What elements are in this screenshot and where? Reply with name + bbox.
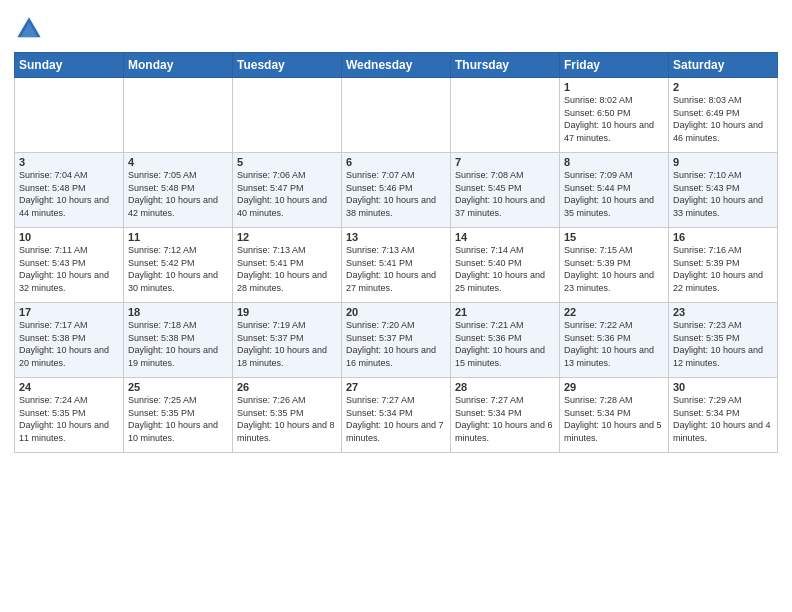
day-number: 19 xyxy=(237,306,337,318)
calendar-cell: 23Sunrise: 7:23 AM Sunset: 5:35 PM Dayli… xyxy=(669,303,778,378)
day-number: 4 xyxy=(128,156,228,168)
day-number: 22 xyxy=(564,306,664,318)
day-info: Sunrise: 7:27 AM Sunset: 5:34 PM Dayligh… xyxy=(455,394,555,444)
calendar-cell: 8Sunrise: 7:09 AM Sunset: 5:44 PM Daylig… xyxy=(560,153,669,228)
day-info: Sunrise: 7:29 AM Sunset: 5:34 PM Dayligh… xyxy=(673,394,773,444)
day-info: Sunrise: 7:28 AM Sunset: 5:34 PM Dayligh… xyxy=(564,394,664,444)
day-number: 3 xyxy=(19,156,119,168)
day-number: 27 xyxy=(346,381,446,393)
day-info: Sunrise: 8:02 AM Sunset: 6:50 PM Dayligh… xyxy=(564,94,664,144)
day-info: Sunrise: 7:19 AM Sunset: 5:37 PM Dayligh… xyxy=(237,319,337,369)
calendar-cell: 30Sunrise: 7:29 AM Sunset: 5:34 PM Dayli… xyxy=(669,378,778,453)
weekday-header: Monday xyxy=(124,53,233,78)
weekday-header: Thursday xyxy=(451,53,560,78)
day-number: 28 xyxy=(455,381,555,393)
calendar-cell xyxy=(451,78,560,153)
week-row: 1Sunrise: 8:02 AM Sunset: 6:50 PM Daylig… xyxy=(15,78,778,153)
day-info: Sunrise: 7:10 AM Sunset: 5:43 PM Dayligh… xyxy=(673,169,773,219)
day-number: 20 xyxy=(346,306,446,318)
day-number: 5 xyxy=(237,156,337,168)
day-number: 24 xyxy=(19,381,119,393)
day-number: 1 xyxy=(564,81,664,93)
calendar-cell: 28Sunrise: 7:27 AM Sunset: 5:34 PM Dayli… xyxy=(451,378,560,453)
logo xyxy=(14,14,46,44)
calendar-cell xyxy=(15,78,124,153)
day-info: Sunrise: 7:13 AM Sunset: 5:41 PM Dayligh… xyxy=(237,244,337,294)
day-info: Sunrise: 7:20 AM Sunset: 5:37 PM Dayligh… xyxy=(346,319,446,369)
day-info: Sunrise: 7:23 AM Sunset: 5:35 PM Dayligh… xyxy=(673,319,773,369)
day-number: 7 xyxy=(455,156,555,168)
day-info: Sunrise: 7:12 AM Sunset: 5:42 PM Dayligh… xyxy=(128,244,228,294)
calendar-cell: 10Sunrise: 7:11 AM Sunset: 5:43 PM Dayli… xyxy=(15,228,124,303)
day-info: Sunrise: 7:09 AM Sunset: 5:44 PM Dayligh… xyxy=(564,169,664,219)
calendar-cell: 21Sunrise: 7:21 AM Sunset: 5:36 PM Dayli… xyxy=(451,303,560,378)
header xyxy=(14,10,778,44)
day-info: Sunrise: 7:16 AM Sunset: 5:39 PM Dayligh… xyxy=(673,244,773,294)
weekday-header: Friday xyxy=(560,53,669,78)
calendar-cell: 15Sunrise: 7:15 AM Sunset: 5:39 PM Dayli… xyxy=(560,228,669,303)
weekday-header: Sunday xyxy=(15,53,124,78)
day-info: Sunrise: 7:27 AM Sunset: 5:34 PM Dayligh… xyxy=(346,394,446,444)
day-number: 17 xyxy=(19,306,119,318)
calendar-cell: 12Sunrise: 7:13 AM Sunset: 5:41 PM Dayli… xyxy=(233,228,342,303)
weekday-header-row: SundayMondayTuesdayWednesdayThursdayFrid… xyxy=(15,53,778,78)
calendar-cell xyxy=(124,78,233,153)
day-number: 29 xyxy=(564,381,664,393)
day-number: 25 xyxy=(128,381,228,393)
day-number: 11 xyxy=(128,231,228,243)
day-info: Sunrise: 7:21 AM Sunset: 5:36 PM Dayligh… xyxy=(455,319,555,369)
week-row: 10Sunrise: 7:11 AM Sunset: 5:43 PM Dayli… xyxy=(15,228,778,303)
calendar-cell: 14Sunrise: 7:14 AM Sunset: 5:40 PM Dayli… xyxy=(451,228,560,303)
week-row: 3Sunrise: 7:04 AM Sunset: 5:48 PM Daylig… xyxy=(15,153,778,228)
calendar-cell: 29Sunrise: 7:28 AM Sunset: 5:34 PM Dayli… xyxy=(560,378,669,453)
weekday-header: Saturday xyxy=(669,53,778,78)
calendar-cell: 18Sunrise: 7:18 AM Sunset: 5:38 PM Dayli… xyxy=(124,303,233,378)
day-info: Sunrise: 7:18 AM Sunset: 5:38 PM Dayligh… xyxy=(128,319,228,369)
day-number: 30 xyxy=(673,381,773,393)
calendar-cell: 7Sunrise: 7:08 AM Sunset: 5:45 PM Daylig… xyxy=(451,153,560,228)
calendar-cell: 24Sunrise: 7:24 AM Sunset: 5:35 PM Dayli… xyxy=(15,378,124,453)
weekday-header: Tuesday xyxy=(233,53,342,78)
day-info: Sunrise: 7:26 AM Sunset: 5:35 PM Dayligh… xyxy=(237,394,337,444)
calendar-cell: 9Sunrise: 7:10 AM Sunset: 5:43 PM Daylig… xyxy=(669,153,778,228)
calendar-cell: 6Sunrise: 7:07 AM Sunset: 5:46 PM Daylig… xyxy=(342,153,451,228)
day-info: Sunrise: 7:24 AM Sunset: 5:35 PM Dayligh… xyxy=(19,394,119,444)
calendar-cell: 22Sunrise: 7:22 AM Sunset: 5:36 PM Dayli… xyxy=(560,303,669,378)
calendar-cell: 25Sunrise: 7:25 AM Sunset: 5:35 PM Dayli… xyxy=(124,378,233,453)
weekday-header: Wednesday xyxy=(342,53,451,78)
day-number: 12 xyxy=(237,231,337,243)
day-info: Sunrise: 7:04 AM Sunset: 5:48 PM Dayligh… xyxy=(19,169,119,219)
day-info: Sunrise: 7:14 AM Sunset: 5:40 PM Dayligh… xyxy=(455,244,555,294)
day-info: Sunrise: 8:03 AM Sunset: 6:49 PM Dayligh… xyxy=(673,94,773,144)
calendar-cell: 27Sunrise: 7:27 AM Sunset: 5:34 PM Dayli… xyxy=(342,378,451,453)
calendar-cell xyxy=(342,78,451,153)
calendar-cell: 4Sunrise: 7:05 AM Sunset: 5:48 PM Daylig… xyxy=(124,153,233,228)
day-number: 10 xyxy=(19,231,119,243)
calendar-cell: 5Sunrise: 7:06 AM Sunset: 5:47 PM Daylig… xyxy=(233,153,342,228)
day-info: Sunrise: 7:08 AM Sunset: 5:45 PM Dayligh… xyxy=(455,169,555,219)
calendar-cell: 26Sunrise: 7:26 AM Sunset: 5:35 PM Dayli… xyxy=(233,378,342,453)
logo-icon xyxy=(14,14,44,44)
calendar-cell: 20Sunrise: 7:20 AM Sunset: 5:37 PM Dayli… xyxy=(342,303,451,378)
day-info: Sunrise: 7:17 AM Sunset: 5:38 PM Dayligh… xyxy=(19,319,119,369)
day-info: Sunrise: 7:07 AM Sunset: 5:46 PM Dayligh… xyxy=(346,169,446,219)
calendar-cell: 1Sunrise: 8:02 AM Sunset: 6:50 PM Daylig… xyxy=(560,78,669,153)
day-number: 21 xyxy=(455,306,555,318)
day-info: Sunrise: 7:22 AM Sunset: 5:36 PM Dayligh… xyxy=(564,319,664,369)
calendar: SundayMondayTuesdayWednesdayThursdayFrid… xyxy=(14,52,778,453)
calendar-cell: 16Sunrise: 7:16 AM Sunset: 5:39 PM Dayli… xyxy=(669,228,778,303)
day-number: 2 xyxy=(673,81,773,93)
day-number: 13 xyxy=(346,231,446,243)
day-number: 14 xyxy=(455,231,555,243)
day-info: Sunrise: 7:06 AM Sunset: 5:47 PM Dayligh… xyxy=(237,169,337,219)
day-info: Sunrise: 7:05 AM Sunset: 5:48 PM Dayligh… xyxy=(128,169,228,219)
calendar-cell: 3Sunrise: 7:04 AM Sunset: 5:48 PM Daylig… xyxy=(15,153,124,228)
day-number: 9 xyxy=(673,156,773,168)
day-number: 23 xyxy=(673,306,773,318)
day-number: 26 xyxy=(237,381,337,393)
day-info: Sunrise: 7:25 AM Sunset: 5:35 PM Dayligh… xyxy=(128,394,228,444)
day-number: 15 xyxy=(564,231,664,243)
calendar-cell xyxy=(233,78,342,153)
day-info: Sunrise: 7:11 AM Sunset: 5:43 PM Dayligh… xyxy=(19,244,119,294)
day-number: 16 xyxy=(673,231,773,243)
